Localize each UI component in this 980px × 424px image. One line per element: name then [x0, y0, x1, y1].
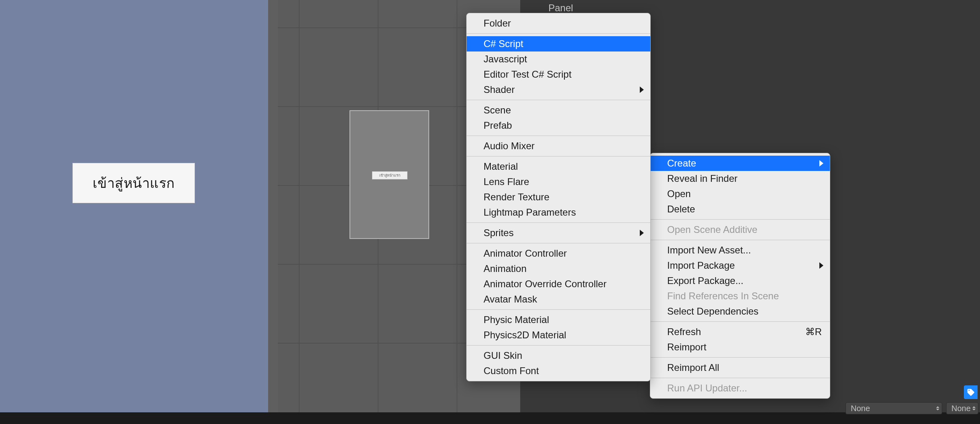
create-item-c-script[interactable]: C# Script: [467, 36, 650, 51]
menu-item-label: Delete: [667, 204, 695, 215]
create-item-editor-test-c-script[interactable]: Editor Test C# Script: [467, 67, 650, 82]
menu-item-reimport[interactable]: Reimport: [650, 340, 830, 355]
create-item-avatar-mask[interactable]: Avatar Mask: [467, 292, 650, 307]
create-item-render-texture[interactable]: Render Texture: [467, 189, 650, 205]
status-bar: [0, 412, 980, 424]
menu-item-label: Reimport: [667, 342, 706, 353]
menu-item-label: Animator Controller: [484, 248, 567, 259]
hierarchy-selected-item[interactable]: Panel: [548, 2, 573, 14]
menu-item-import-package[interactable]: Import Package: [650, 258, 830, 273]
menu-separator: [650, 357, 830, 358]
create-item-scene[interactable]: Scene: [467, 103, 650, 118]
menu-separator: [650, 321, 830, 322]
asset-label-dropdown-2[interactable]: None: [946, 402, 978, 414]
menu-item-label: Custom Font: [484, 365, 539, 377]
menu-item-open-scene-additive: Open Scene Additive: [650, 222, 830, 237]
menu-separator: [467, 222, 650, 223]
menu-separator: [467, 156, 650, 156]
menu-item-refresh[interactable]: Refresh⌘R: [650, 324, 830, 340]
menu-item-label: Select Dependencies: [667, 306, 759, 317]
create-item-shader[interactable]: Shader: [467, 82, 650, 97]
menu-item-label: Prefab: [484, 120, 512, 131]
menu-separator: [467, 136, 650, 136]
game-preview-panel: เข้าสู่หน้าแรก: [0, 0, 268, 412]
menu-separator: [650, 240, 830, 240]
menu-separator: [467, 345, 650, 346]
menu-item-import-new-asset[interactable]: Import New Asset...: [650, 243, 830, 258]
menu-separator: [467, 309, 650, 310]
menu-item-create[interactable]: Create: [650, 156, 830, 171]
menu-item-label: Editor Test C# Script: [484, 69, 571, 80]
updown-icon: [972, 406, 976, 410]
create-item-physic-material[interactable]: Physic Material: [467, 312, 650, 327]
menu-item-label: Animator Override Controller: [484, 278, 606, 290]
menu-item-label: Open Scene Additive: [667, 224, 757, 235]
project-context-menu[interactable]: CreateReveal in FinderOpenDeleteOpen Sce…: [650, 153, 830, 399]
asset-label-dropdown-1[interactable]: None: [846, 402, 942, 414]
menu-item-reveal-in-finder[interactable]: Reveal in Finder: [650, 171, 830, 186]
game-ui-button[interactable]: เข้าสู่หน้าแรก: [72, 163, 195, 203]
create-item-lightmap-parameters[interactable]: Lightmap Parameters: [467, 205, 650, 220]
create-item-gui-skin[interactable]: GUI Skin: [467, 348, 650, 363]
menu-item-reimport-all[interactable]: Reimport All: [650, 360, 830, 375]
create-item-lens-flare[interactable]: Lens Flare: [467, 174, 650, 189]
dropdown-value: None: [951, 404, 971, 413]
menu-item-label: C# Script: [484, 38, 523, 49]
scene-canvas-rect[interactable]: เข้าสู่หน้าแรก: [349, 110, 429, 239]
dropdown-value: None: [851, 404, 870, 413]
menu-item-label: Shader: [484, 84, 515, 95]
updown-icon: [936, 406, 939, 410]
menu-separator: [467, 243, 650, 243]
menu-separator: [467, 33, 650, 34]
menu-item-run-api-updater: Run API Updater...: [650, 381, 830, 396]
menu-item-export-package[interactable]: Export Package...: [650, 273, 830, 288]
menu-item-label: Find References In Scene: [667, 290, 779, 302]
menu-item-select-dependencies[interactable]: Select Dependencies: [650, 304, 830, 319]
menu-separator: [467, 100, 650, 100]
menu-item-label: Lightmap Parameters: [484, 207, 576, 218]
menu-item-shortcut: ⌘R: [805, 326, 822, 338]
create-item-animator-override-controller[interactable]: Animator Override Controller: [467, 276, 650, 292]
menu-item-label: Material: [484, 161, 518, 172]
menu-item-label: Physic Material: [484, 314, 549, 325]
menu-item-label: Lens Flare: [484, 176, 529, 187]
menu-separator: [650, 219, 830, 220]
menu-item-label: Run API Updater...: [667, 383, 747, 394]
menu-item-label: Audio Mixer: [484, 140, 535, 152]
create-item-animation[interactable]: Animation: [467, 261, 650, 276]
create-item-animator-controller[interactable]: Animator Controller: [467, 246, 650, 261]
menu-item-label: Sprites: [484, 227, 514, 239]
menu-item-label: Open: [667, 188, 691, 200]
create-item-sprites[interactable]: Sprites: [467, 225, 650, 241]
menu-item-label: Animation: [484, 263, 527, 274]
menu-item-delete[interactable]: Delete: [650, 202, 830, 217]
tag-icon[interactable]: [964, 385, 978, 399]
menu-item-label: Create: [667, 158, 696, 169]
menu-item-label: Avatar Mask: [484, 294, 537, 305]
menu-item-open[interactable]: Open: [650, 186, 830, 202]
menu-item-label: Import Package: [667, 260, 735, 271]
create-submenu[interactable]: FolderC# ScriptJavascriptEditor Test C# …: [466, 13, 651, 381]
create-item-custom-font[interactable]: Custom Font: [467, 363, 650, 379]
menu-item-label: Reimport All: [667, 362, 719, 373]
menu-item-label: Import New Asset...: [667, 245, 751, 256]
menu-item-label: Reveal in Finder: [667, 173, 738, 184]
create-item-prefab[interactable]: Prefab: [467, 118, 650, 133]
create-item-audio-mixer[interactable]: Audio Mixer: [467, 138, 650, 154]
menu-separator: [650, 378, 830, 378]
menu-item-label: Physics2D Material: [484, 329, 566, 341]
menu-item-find-references-in-scene: Find References In Scene: [650, 288, 830, 304]
menu-item-label: Folder: [484, 18, 511, 29]
menu-item-label: GUI Skin: [484, 350, 522, 361]
menu-item-label: Refresh: [667, 326, 701, 338]
scene-canvas-button[interactable]: เข้าสู่หน้าแรก: [372, 171, 407, 179]
menu-item-label: Export Package...: [667, 275, 743, 286]
menu-item-label: Render Texture: [484, 191, 550, 203]
create-item-folder[interactable]: Folder: [467, 16, 650, 31]
create-item-material[interactable]: Material: [467, 159, 650, 174]
create-item-javascript[interactable]: Javascript: [467, 51, 650, 67]
menu-item-label: Scene: [484, 105, 511, 116]
menu-item-label: Javascript: [484, 54, 527, 65]
create-item-physics2d-material[interactable]: Physics2D Material: [467, 327, 650, 343]
